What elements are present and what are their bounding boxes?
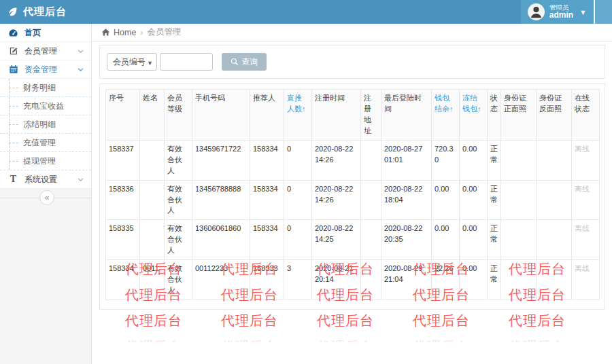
cell-level: 有效合伙人 xyxy=(165,180,192,220)
top-navbar: 代理后台 管理员 admin ▼ xyxy=(0,0,612,24)
chevron-down-icon xyxy=(77,66,84,73)
cell-frozen-wallet: 0.00 xyxy=(460,260,488,300)
cell-status: 正常 xyxy=(488,220,501,260)
sidebar-subitem-recharge-mgmt[interactable]: 充值管理 xyxy=(0,134,91,152)
subitem-label: 冻结明细 xyxy=(23,119,56,130)
cell-wallet-balance: 0.00 xyxy=(432,220,460,260)
breadcrumb: Home › 会员管理 xyxy=(92,24,612,41)
funds-submenu: 财务明细 充电宝收益 冻结明细 充值管理 提现管理 xyxy=(0,79,91,170)
sidebar-subitem-withdraw-mgmt[interactable]: 提现管理 xyxy=(0,152,91,170)
search-button[interactable]: 查询 xyxy=(222,53,267,71)
table-row: 158337 有效合伙人 13459671722 158334 0 2020-0… xyxy=(106,140,600,180)
sidebar-item-settings[interactable]: T 系统设置 xyxy=(0,170,91,189)
sidebar: 首页 会员管理 资金管理 财务明细 充电宝收益 冻结明细 充值管理 提现管理 T… xyxy=(0,24,92,364)
breadcrumb-separator: › xyxy=(140,28,143,37)
cell-id-back xyxy=(537,140,572,180)
calendar-icon xyxy=(8,65,18,75)
cell-frozen-wallet: 0.00 xyxy=(460,180,488,220)
search-type-select[interactable]: 会员编号 ▼ xyxy=(107,53,157,71)
cell-reg-addr xyxy=(361,140,381,180)
table-row: 158334 0011 有效合伙人 00112233 158333 3 2020… xyxy=(106,260,600,300)
cell-online-status: 离线 xyxy=(572,180,600,220)
cell-frozen-wallet: 0.00 xyxy=(460,140,488,180)
search-input[interactable] xyxy=(160,53,213,71)
cell-seq: 158336 xyxy=(106,180,140,220)
watermark-text: 代理后台 xyxy=(125,338,182,342)
cell-status: 正常 xyxy=(488,140,501,180)
col-seq: 序号 xyxy=(106,90,140,141)
sidebar-item-home[interactable]: 首页 xyxy=(0,24,91,42)
table-header-row: 序号 姓名 会员等级 手机号码 推荐人 直推人数↑ 注册时间 注册地址 最后登陆… xyxy=(106,90,600,141)
cell-referrer: 158334 xyxy=(250,140,284,180)
cell-online-status: 离线 xyxy=(572,220,600,260)
cell-frozen-wallet: 0.00 xyxy=(460,220,488,260)
cell-id-back xyxy=(537,180,572,220)
cell-phone: 00112233 xyxy=(192,260,250,300)
sidebar-collapse-button[interactable]: « xyxy=(39,190,54,205)
app-title: 代理后台 xyxy=(23,5,67,18)
subitem-label: 充电宝收益 xyxy=(23,101,64,112)
col-wallet-balance[interactable]: 钱包结余↑ xyxy=(432,90,460,141)
search-panel: 会员编号 ▼ 查询 xyxy=(99,45,605,79)
col-last-login: 最后登陆时间 xyxy=(381,90,432,141)
cell-name: 0011 xyxy=(140,260,165,300)
cell-name xyxy=(140,220,165,260)
cell-reg-addr xyxy=(361,220,381,260)
col-referrer: 推荐人 xyxy=(250,90,284,141)
col-id-front: 身份证正面照 xyxy=(501,90,537,141)
sort-asc-icon: ↑ xyxy=(449,105,454,113)
cell-id-back xyxy=(537,260,572,300)
cell-direct-count: 3 xyxy=(284,260,312,300)
cell-reg-time: 2020-08-22 14:25 xyxy=(312,220,361,260)
watermark-text: 代理后台 xyxy=(317,338,374,342)
cell-reg-addr xyxy=(361,180,381,220)
cell-referrer: 158334 xyxy=(250,220,284,260)
cell-id-front xyxy=(501,260,537,300)
col-reg-time: 注册时间 xyxy=(312,90,361,141)
cell-direct-count: 0 xyxy=(284,220,312,260)
col-name: 姓名 xyxy=(140,90,165,141)
table-row: 158335 有效合伙人 13606061860 158334 0 2020-0… xyxy=(106,220,600,260)
cell-online-status: 离线 xyxy=(572,260,600,300)
watermark-text: 代理后台 xyxy=(125,312,182,330)
watermark-row-partial: 代理后台 代理后台 代理后台 代理后台 代理后台 xyxy=(125,338,566,342)
cell-referrer: 158333 xyxy=(250,260,284,300)
sidebar-subitem-powerbank-income[interactable]: 充电宝收益 xyxy=(0,97,91,115)
breadcrumb-home-label: Home xyxy=(114,28,136,37)
cell-name xyxy=(140,180,165,220)
dashboard-icon xyxy=(8,28,18,38)
watermark-row: 代理后台 代理后台 代理后台 代理后台 代理后台 xyxy=(125,312,566,330)
cell-level: 有效合伙人 xyxy=(165,140,192,180)
sidebar-item-members[interactable]: 会员管理 xyxy=(0,42,91,60)
user-menu[interactable]: 管理员 admin ▼ xyxy=(521,0,594,24)
subitem-label: 财务明细 xyxy=(23,82,56,94)
cell-level: 有效合伙人 xyxy=(165,220,192,260)
sort-asc-icon: ↑ xyxy=(302,105,306,113)
col-online-status: 在线状态 xyxy=(572,90,600,141)
cell-status: 正常 xyxy=(488,180,501,220)
col-direct-count[interactable]: 直推人数↑ xyxy=(284,90,312,141)
cell-level: 有效合伙人 xyxy=(165,260,192,300)
members-table: 序号 姓名 会员等级 手机号码 推荐人 直推人数↑ 注册时间 注册地址 最后登陆… xyxy=(105,89,600,300)
col-phone: 手机号码 xyxy=(192,90,250,141)
sidebar-item-label: 会员管理 xyxy=(24,46,71,57)
home-icon xyxy=(101,28,110,37)
cell-reg-time: 2020-08-22 14:26 xyxy=(312,140,361,180)
cell-seq: 158337 xyxy=(106,140,140,180)
leaf-icon xyxy=(7,6,18,18)
sidebar-item-funds[interactable]: 资金管理 xyxy=(0,60,91,79)
watermark-text: 代理后台 xyxy=(413,338,470,342)
col-status: 状态 xyxy=(488,90,501,141)
watermark-text: 代理后台 xyxy=(413,312,470,330)
cell-direct-count: 0 xyxy=(284,140,312,180)
subitem-label: 充值管理 xyxy=(23,137,56,149)
watermark-text: 代理后台 xyxy=(509,338,566,342)
col-id-back: 身份证反面照 xyxy=(537,90,572,141)
sidebar-subitem-finance-detail[interactable]: 财务明细 xyxy=(0,79,91,97)
sidebar-subitem-frozen-detail[interactable]: 冻结明细 xyxy=(0,115,91,134)
caret-down-icon: ▼ xyxy=(579,8,587,16)
select-value: 会员编号 xyxy=(113,56,146,68)
col-frozen-wallet[interactable]: 冻结钱包↑ xyxy=(460,90,488,141)
cell-wallet-balance: 0.00 xyxy=(432,180,460,220)
breadcrumb-home-link[interactable]: Home xyxy=(101,28,136,37)
